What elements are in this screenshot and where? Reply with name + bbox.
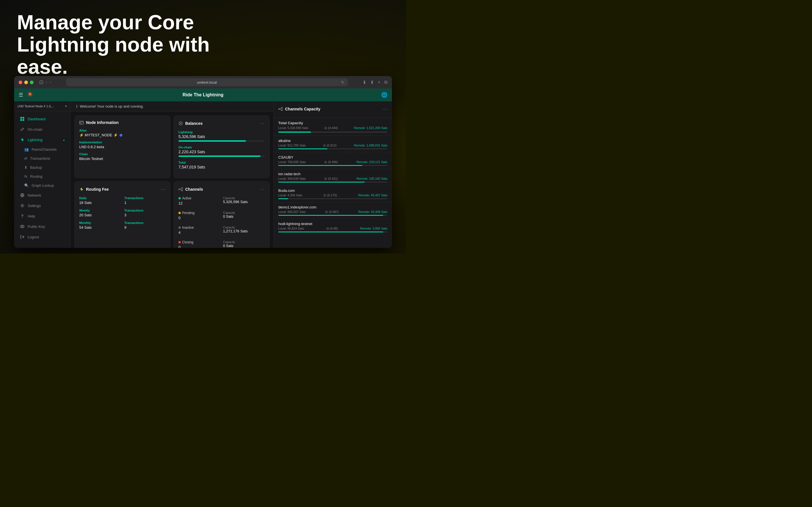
total-balance: Total 7,547,019 Sats	[179, 161, 265, 169]
active-value: 12	[179, 201, 220, 205]
fee-grid: Daily 18 Sats Transactions 1 Weekly 20 S…	[79, 196, 165, 230]
peer-name: CSAUBY	[278, 155, 388, 159]
rtl-logo-icon: 🌐	[381, 92, 388, 98]
welcome-bar: ℹ Welcome! Your node is up and running.	[70, 101, 273, 112]
weekly-label: Weekly	[79, 209, 120, 212]
mute-icon[interactable]: 🔕	[28, 92, 33, 98]
routing-fee-menu-icon[interactable]: ⋯	[160, 186, 165, 192]
svg-point-11	[182, 190, 183, 191]
sidebar-item-dashboard[interactable]: Dashboard	[15, 114, 69, 124]
balances-menu-icon[interactable]: ⋯	[260, 120, 265, 126]
pending-capacity: Capacity 0 Sats	[223, 211, 265, 220]
peer-capacity-item: demo1.indexplorer.com Local: 956,507 Sat…	[274, 202, 392, 219]
total-balance-ratio: ⚖ (0.444)	[324, 126, 338, 130]
svg-point-13	[282, 107, 283, 108]
routing-fee-title: Routing Fee	[79, 187, 109, 191]
total-local-text: Local: 5,326,596 Sats	[278, 126, 308, 130]
share-icon[interactable]: ⬆	[370, 80, 374, 85]
weekly-tx-label: Transactions	[124, 209, 165, 212]
pending-capacity-value: 0 Sats	[223, 214, 265, 219]
settings-icon	[20, 203, 25, 208]
sidebar-item-transactions[interactable]: ⇄ Transactions	[15, 154, 69, 163]
sidebar-item-lightning[interactable]: Lightning ▴	[15, 135, 69, 145]
sidebar-item-backup[interactable]: ⬇ Backup	[15, 163, 69, 172]
channels-capacity-menu-icon[interactable]: ⋯	[382, 106, 388, 112]
peer-remote: Remote: 233,121 Sats	[357, 160, 388, 164]
sidebar-item-routing[interactable]: ⇆ Routing	[15, 172, 69, 181]
daily-label: Daily	[79, 196, 120, 200]
daily-amount: 18 Sats	[79, 201, 120, 205]
total-capacity-label: Total Capacity	[278, 121, 388, 125]
svg-point-12	[278, 108, 280, 110]
lightning-expand-icon: ▴	[63, 138, 64, 142]
sidebar-item-logout[interactable]: Logout	[15, 232, 69, 242]
pending-capacity-label: Capacity	[223, 211, 265, 214]
peer-bar	[278, 231, 388, 232]
chain-section: Chain Bitcoin Testnet	[79, 152, 165, 161]
close-button[interactable]	[18, 80, 22, 84]
svg-point-6	[22, 226, 23, 227]
channels-icon	[179, 187, 183, 191]
peer-bar-fill	[278, 182, 364, 182]
peer-bar	[278, 149, 388, 149]
minimize-button[interactable]	[24, 80, 28, 84]
channels-menu-icon[interactable]: ⋯	[260, 186, 265, 192]
active-dot	[179, 197, 181, 200]
chain-value: Bitcoin Testnet	[79, 157, 165, 161]
channels-capacity-panel: Channels Capacity ⋯ Total Capacity Local…	[273, 101, 392, 248]
routing-fee-header: Routing Fee ⋯	[79, 186, 165, 192]
back-icon[interactable]: ‹	[46, 79, 47, 86]
sidebar-item-help[interactable]: ? Help	[15, 211, 69, 221]
pending-dot	[179, 212, 181, 214]
sidebar-item-label-logout: Logout	[28, 235, 39, 239]
balances-header: Balances ⋯	[179, 120, 265, 126]
peer-bar	[278, 182, 388, 182]
pending-channels: Pending 0	[179, 211, 220, 220]
sidebar-item-onchain[interactable]: On-chain	[15, 124, 69, 134]
peer-bar	[278, 215, 388, 216]
peer-name: hodl-lightning-testnet	[278, 222, 388, 226]
peer-bar-fill	[278, 215, 383, 216]
peer-bar	[278, 198, 388, 199]
onchain-label: On-chain	[179, 146, 265, 149]
peer-details: Local: 911,785 Sats ⚖ (0.912) Remote: 1,…	[278, 144, 388, 147]
sidebar-sub-label-peers: Peers/Channels	[32, 148, 57, 152]
download-icon[interactable]: ⬇	[363, 80, 366, 85]
peer-details: Local: 95,824 Sats ⚖ (0.08) Remote: 3,99…	[278, 227, 388, 230]
sidebar-item-peers-channels[interactable]: 👥 Peers/Channels	[15, 145, 69, 154]
balances-icon	[179, 121, 183, 126]
routing-fee-card: Routing Fee ⋯ Daily 18 Sats Transactions	[74, 181, 170, 248]
sidebar-sub-label-graph: Graph Lookup	[32, 184, 54, 187]
address-bar[interactable]: umbrel.local ↻	[66, 78, 348, 86]
balance-scale-icon: ⚖ (0.912)	[323, 144, 337, 147]
inactive-channels: Inactive 4	[179, 226, 220, 235]
onchain-amount: 2,220,423 Sats	[179, 150, 265, 154]
sidebar-item-settings[interactable]: Settings	[15, 201, 69, 211]
sidebar-nav: Dashboard On-chain Lightning ▴	[14, 111, 70, 248]
new-tab-icon[interactable]: +	[378, 80, 380, 85]
sidebar-item-public-key[interactable]: Public Key	[15, 221, 69, 231]
sidebar: LND Testnet Node # 1 (L... ▾ Dashboard	[14, 101, 70, 248]
forward-icon[interactable]: ›	[50, 79, 51, 86]
link-icon	[20, 127, 25, 132]
hamburger-menu-icon[interactable]: ☰	[18, 92, 23, 98]
sidebar-toggle-icon[interactable]: ⊡	[39, 79, 43, 86]
onchain-bar-fill	[179, 156, 260, 157]
svg-rect-7	[80, 121, 84, 124]
peer-capacity-item: CSAUBY Local: 766,695 Sats ⚖ (0.466) Rem…	[274, 152, 392, 169]
refresh-icon[interactable]: ↻	[341, 80, 345, 84]
tab-overview-icon[interactable]: ⧉	[384, 80, 388, 85]
total-remote-text: Remote: 1,521,200 Sats	[354, 126, 388, 130]
node-status-dot	[119, 134, 122, 136]
svg-point-14	[282, 110, 283, 111]
content-area: ℹ Welcome! Your node is up and running. …	[70, 101, 273, 248]
peer-remote: Remote: 1,088,031 Sats	[354, 144, 388, 147]
node-selector[interactable]: LND Testnet Node # 1 (L... ▾	[14, 101, 70, 111]
maximize-button[interactable]	[30, 80, 34, 84]
channels-header: Channels ⋯	[179, 186, 265, 192]
sidebar-item-network[interactable]: Network	[15, 190, 69, 200]
sidebar-item-graph-lookup[interactable]: 🔍 Graph Lookup	[15, 181, 69, 190]
peer-remote: Remote: 3,992 Sats	[360, 227, 388, 230]
browser-right-controls: ⬇ ⬆ + ⧉	[363, 80, 388, 85]
peer-remote: Remote: 43,309 Sats	[358, 210, 388, 214]
